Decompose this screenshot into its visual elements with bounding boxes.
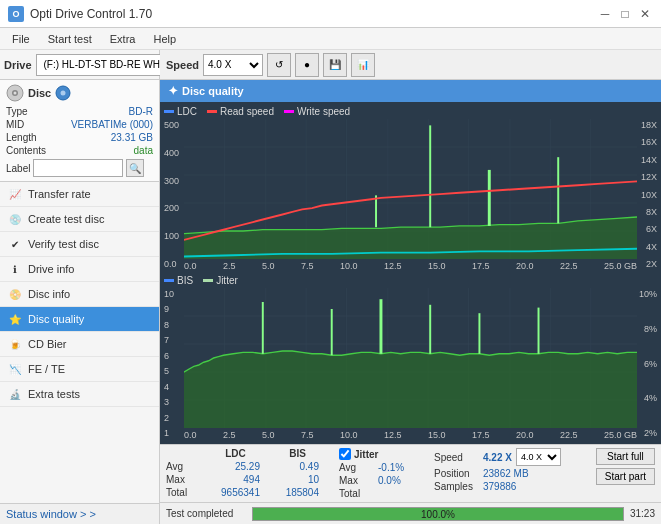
chart2-y-left: 10 9 8 7 6 5 4 3 2 1 xyxy=(164,288,176,440)
verify-test-disc-icon: ✔ xyxy=(8,237,22,251)
avg-label: Avg xyxy=(166,461,201,472)
disc-label-row: Label 🔍 xyxy=(6,159,153,177)
sidebar-item-disc-quality[interactable]: ⭐ Disc quality xyxy=(0,307,159,332)
content-area: Speed 4.0 X ↺ ● 💾 📊 ✦ Disc quality LDC xyxy=(160,50,661,524)
sidebar-bottom: Status window > > xyxy=(0,503,159,524)
disc-contents-label: Contents xyxy=(6,145,46,156)
total-row: Total 9656341 185804 xyxy=(166,487,325,498)
menu-extra[interactable]: Extra xyxy=(102,31,144,47)
sidebar-item-label: FE / TE xyxy=(28,363,65,375)
sidebar-item-transfer-rate[interactable]: 📈 Transfer rate xyxy=(0,182,159,207)
speed-position-stats: Speed 4.22 X 4.0 X Position 23862 MB Sam… xyxy=(434,448,561,492)
disc-type-value: BD-R xyxy=(129,106,153,117)
sidebar-item-create-test-disc[interactable]: 💿 Create test disc xyxy=(0,207,159,232)
sidebar-item-label: Verify test disc xyxy=(28,238,99,250)
sidebar-item-label: Drive info xyxy=(28,263,74,275)
disc-quality-icon: ⭐ xyxy=(8,312,22,326)
legend-ldc: LDC xyxy=(164,106,197,117)
speed-toolbar-label: Speed xyxy=(166,59,199,71)
jitter-total-label: Total xyxy=(339,488,374,499)
sidebar-item-label: CD Bier xyxy=(28,338,67,350)
cd-bier-icon: 🍺 xyxy=(8,337,22,351)
speed-select[interactable]: 4.0 X xyxy=(516,448,561,466)
status-window-link[interactable]: Status window > > xyxy=(6,508,153,520)
disc-panel-title: Disc xyxy=(28,87,51,99)
sidebar-item-drive-info[interactable]: ℹ Drive info xyxy=(0,257,159,282)
disc-type-row: Type BD-R xyxy=(6,106,153,117)
chart2: 10 9 8 7 6 5 4 3 2 1 10% 8% xyxy=(164,288,657,440)
sidebar-item-disc-info[interactable]: 📀 Disc info xyxy=(0,282,159,307)
samples-value: 379886 xyxy=(483,481,516,492)
disc-length-row: Length 23.31 GB xyxy=(6,132,153,143)
menu-file[interactable]: File xyxy=(4,31,38,47)
sidebar-item-label: Transfer rate xyxy=(28,188,91,200)
bis-header: BIS xyxy=(270,448,325,459)
menu-start-test[interactable]: Start test xyxy=(40,31,100,47)
chart2-x-labels: 0.0 2.5 5.0 7.5 10.0 12.5 15.0 17.5 20.0… xyxy=(184,431,637,440)
export-button[interactable]: 📊 xyxy=(351,53,375,77)
menu-help[interactable]: Help xyxy=(145,31,184,47)
stats-headers: LDC BIS xyxy=(166,448,325,459)
max-ldc-value: 494 xyxy=(205,474,260,485)
sidebar-item-fe-te[interactable]: 📉 FE / TE xyxy=(0,357,159,382)
jitter-header-row: Jitter xyxy=(339,448,418,460)
svg-point-2 xyxy=(14,92,17,95)
samples-row: Samples 379886 xyxy=(434,481,561,492)
sidebar-item-cd-bier[interactable]: 🍺 CD Bier xyxy=(0,332,159,357)
chart1: 500 400 300 200 100 0.0 18X 16X 14X 12X … xyxy=(164,119,657,271)
speed-toolbar: Speed 4.0 X ↺ ● 💾 📊 xyxy=(160,50,661,80)
transfer-rate-icon: 📈 xyxy=(8,187,22,201)
ldc-dot xyxy=(164,110,174,113)
sidebar: Drive (F:) HL-DT-ST BD-RE WH16NS58 TST4 … xyxy=(0,50,160,524)
maximize-button[interactable]: □ xyxy=(617,6,633,22)
bottom-bar: Test completed 100.0% 31:23 xyxy=(160,502,661,524)
jitter-stats: Jitter Avg -0.1% Max 0.0% Total xyxy=(339,448,418,499)
sidebar-item-verify-test-disc[interactable]: ✔ Verify test disc xyxy=(0,232,159,257)
jitter-avg-value: -0.1% xyxy=(378,462,418,473)
label-search-button[interactable]: 🔍 xyxy=(126,159,144,177)
chart1-x-labels: 0.0 2.5 5.0 7.5 10.0 12.5 15.0 17.5 20.0… xyxy=(184,262,637,271)
sidebar-item-extra-tests[interactable]: 🔬 Extra tests xyxy=(0,382,159,407)
titlebar: O Opti Drive Control 1.70 ─ □ ✕ xyxy=(0,0,661,28)
jitter-checkbox[interactable] xyxy=(339,448,351,460)
close-button[interactable]: ✕ xyxy=(637,6,653,22)
jitter-max-label: Max xyxy=(339,475,374,486)
extra-tests-icon: 🔬 xyxy=(8,387,22,401)
avg-bis-value: 0.49 xyxy=(264,461,319,472)
chart1-y-right: 18X 16X 14X 12X 10X 8X 6X 4X 2X xyxy=(641,119,657,271)
fe-te-icon: 📉 xyxy=(8,362,22,376)
status-text: Test completed xyxy=(166,508,246,519)
start-part-button[interactable]: Start part xyxy=(596,468,655,485)
disc-panel-header: Disc xyxy=(6,84,153,102)
app-title: Opti Drive Control 1.70 xyxy=(30,7,152,21)
disc-label-input[interactable] xyxy=(33,159,123,177)
disc-contents-value: data xyxy=(134,145,153,156)
chart2-svg xyxy=(184,288,637,428)
jitter-header-label: Jitter xyxy=(354,449,378,460)
minimize-button[interactable]: ─ xyxy=(597,6,613,22)
chart1-container: LDC Read speed Write speed 500 xyxy=(164,106,657,271)
total-label: Total xyxy=(166,487,201,498)
quality-icon: ✦ xyxy=(168,84,178,98)
jitter-avg-label: Avg xyxy=(339,462,374,473)
progress-bar: 100.0% xyxy=(252,507,624,521)
drive-info-icon: ℹ xyxy=(8,262,22,276)
read-dot xyxy=(207,110,217,113)
sidebar-item-label: Extra tests xyxy=(28,388,80,400)
speed-select-toolbar[interactable]: 4.0 X xyxy=(203,54,263,76)
record-button[interactable]: ● xyxy=(295,53,319,77)
save-chart-button[interactable]: 💾 xyxy=(323,53,347,77)
disc-panel: Disc Type BD-R MID VERBATIMe (000) Lengt… xyxy=(0,80,159,182)
speed-current-value: 4.22 X xyxy=(483,452,512,463)
chart1-y-left: 500 400 300 200 100 0.0 xyxy=(164,119,181,271)
disc-contents-row: Contents data xyxy=(6,145,153,156)
chart2-container: BIS Jitter 10 9 8 7 6 5 xyxy=(164,275,657,440)
disc-label-key: Label xyxy=(6,163,30,174)
bis-dot xyxy=(164,279,174,282)
svg-point-4 xyxy=(61,91,66,96)
total-bis-value: 185804 xyxy=(264,487,319,498)
start-full-button[interactable]: Start full xyxy=(596,448,655,465)
disc-type-label: Type xyxy=(6,106,28,117)
refresh-button[interactable]: ↺ xyxy=(267,53,291,77)
jitter-max-row: Max 0.0% xyxy=(339,475,418,486)
